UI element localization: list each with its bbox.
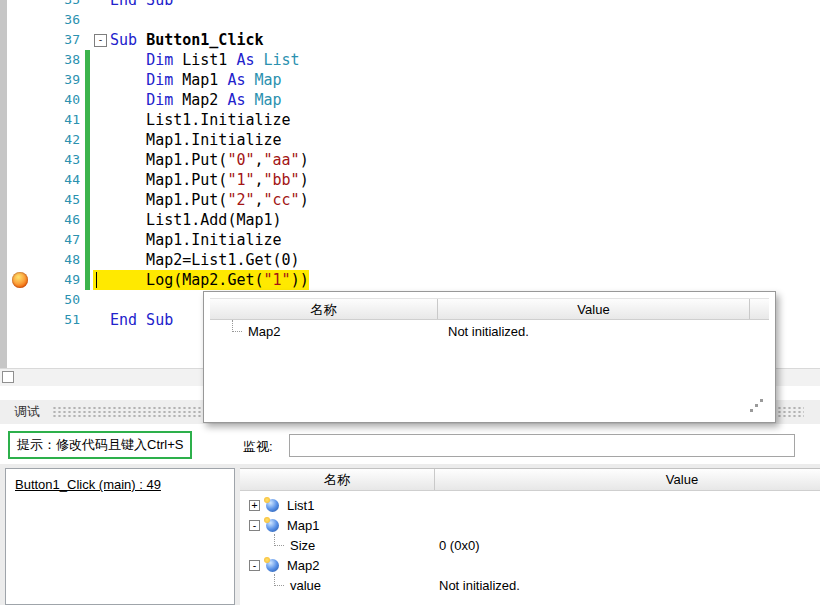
debug-panel-title: 调试: [14, 403, 40, 421]
code-token: End Sub: [110, 0, 173, 9]
watch-row[interactable]: -Map1: [240, 515, 820, 535]
breakpoint-margin[interactable]: [0, 10, 38, 30]
line-number[interactable]: 35: [38, 0, 83, 10]
code-token: Dim: [146, 51, 182, 69]
code-line[interactable]: 44 Map1.Put("1","bb"): [0, 170, 820, 190]
popup-column-header-value[interactable]: Value: [438, 299, 750, 319]
code-line[interactable]: 47 Map1.Initialize: [0, 230, 820, 250]
line-number[interactable]: 36: [38, 10, 83, 30]
breakpoint-margin[interactable]: [0, 90, 38, 110]
line-number[interactable]: 43: [38, 150, 83, 170]
code-token: Map1.Initialize: [110, 231, 282, 249]
collapse-icon[interactable]: -: [249, 520, 260, 531]
collapse-icon[interactable]: -: [249, 560, 260, 571]
breakpoint-margin[interactable]: [0, 210, 38, 230]
code-line[interactable]: 40 Dim Map2 As Map: [0, 90, 820, 110]
breakpoint-margin[interactable]: [0, 130, 38, 150]
line-number[interactable]: 39: [38, 70, 83, 90]
watch-row[interactable]: valueNot initialized.: [240, 575, 820, 595]
line-number[interactable]: 48: [38, 250, 83, 270]
code-text: Dim Map1 As Map: [93, 70, 282, 90]
code-line[interactable]: 41 List1.Initialize: [0, 110, 820, 130]
line-number[interactable]: 46: [38, 210, 83, 230]
code-line[interactable]: 45 Map1.Put("2","cc"): [0, 190, 820, 210]
popup-column-header-name[interactable]: 名称: [210, 299, 438, 319]
debug-bottom-area: Button1_Click (main) : 49 名称 Value +List…: [0, 464, 820, 605]
code-text: List1.Initialize: [93, 110, 291, 130]
code-token: Map2=List1.Get(0): [110, 251, 300, 269]
code-text: Sub Button1_Click: [93, 30, 264, 50]
code-token: [110, 71, 146, 89]
code-text: End Sub: [93, 310, 173, 330]
watch-input[interactable]: [289, 434, 795, 457]
code-line[interactable]: 37Sub Button1_Click: [0, 30, 820, 50]
code-line[interactable]: 38 Dim List1 As List: [0, 50, 820, 70]
splitter-handle[interactable]: [2, 371, 14, 383]
breakpoint-margin[interactable]: [0, 70, 38, 90]
line-number[interactable]: 49: [38, 270, 83, 290]
column-header-value[interactable]: Value: [435, 469, 820, 490]
code-token: Sub: [110, 31, 146, 49]
change-indicator: [83, 50, 93, 70]
line-number[interactable]: 42: [38, 130, 83, 150]
popup-rows: Map2Not initialized.: [210, 320, 769, 342]
resize-grip-icon[interactable]: [750, 409, 753, 412]
change-indicator: [83, 270, 93, 290]
line-number[interactable]: 40: [38, 90, 83, 110]
tree-connector-icon: [274, 574, 284, 586]
breakpoint-margin[interactable]: [0, 310, 38, 330]
line-number[interactable]: 45: [38, 190, 83, 210]
code-token: "1": [264, 271, 291, 289]
breakpoint-margin[interactable]: [0, 250, 38, 270]
breakpoint-margin[interactable]: [0, 30, 38, 50]
code-token: As: [236, 51, 263, 69]
breakpoint-margin[interactable]: [0, 150, 38, 170]
code-line[interactable]: 49 Log(Map2.Get("1")): [0, 270, 820, 290]
code-line[interactable]: 48 Map2=List1.Get(0): [0, 250, 820, 270]
code-token: Map: [255, 91, 282, 109]
watch-row-name: Size: [240, 535, 435, 555]
code-token: As: [227, 91, 254, 109]
line-number[interactable]: 37: [38, 30, 83, 50]
code-line[interactable]: 35End Sub: [0, 0, 820, 10]
watch-row[interactable]: +List1: [240, 495, 820, 515]
code-token: Map1.Put(: [110, 171, 227, 189]
code-token: [110, 51, 146, 69]
popup-row[interactable]: Map2Not initialized.: [210, 320, 769, 342]
breakpoint-margin[interactable]: [0, 50, 38, 70]
line-number[interactable]: 47: [38, 230, 83, 250]
breakpoint-margin[interactable]: [0, 190, 38, 210]
code-line[interactable]: 46 List1.Add(Map1): [0, 210, 820, 230]
expand-icon[interactable]: +: [249, 500, 260, 511]
breakpoint-margin[interactable]: [0, 230, 38, 250]
watch-item-label: Size: [290, 538, 315, 553]
breakpoint-margin[interactable]: [0, 170, 38, 190]
code-token: List: [264, 51, 300, 69]
breakpoint-margin[interactable]: [0, 0, 38, 10]
object-icon: [266, 559, 279, 572]
variable-name: Map2: [248, 324, 281, 339]
line-number[interactable]: 51: [38, 310, 83, 330]
code-line[interactable]: 43 Map1.Put("0","aa"): [0, 150, 820, 170]
watch-row[interactable]: Size0 (0x0): [240, 535, 820, 555]
code-token: )): [291, 271, 309, 289]
line-number[interactable]: 38: [38, 50, 83, 70]
code-line[interactable]: 39 Dim Map1 As Map: [0, 70, 820, 90]
call-stack-item[interactable]: Button1_Click (main) : 49: [15, 477, 161, 492]
column-header-name[interactable]: 名称: [240, 469, 435, 490]
line-number[interactable]: 50: [38, 290, 83, 310]
breakpoint-margin[interactable]: [0, 290, 38, 310]
code-token: Log(Map2.Get(: [110, 271, 264, 289]
line-number[interactable]: 44: [38, 170, 83, 190]
current-statement-icon[interactable]: [0, 270, 38, 290]
watch-row[interactable]: -Map2: [240, 555, 820, 575]
tree-connector-icon: [274, 534, 284, 546]
code-token: Dim: [146, 91, 182, 109]
code-line[interactable]: 42 Map1.Initialize: [0, 130, 820, 150]
code-line[interactable]: 36: [0, 10, 820, 30]
breakpoint-margin[interactable]: [0, 110, 38, 130]
debug-tooltip-popup: 名称 Value Map2Not initialized.: [203, 291, 776, 423]
code-text: [93, 10, 110, 30]
hint-box: 提示：修改代码且键入Ctrl+S: [8, 431, 192, 459]
line-number[interactable]: 41: [38, 110, 83, 130]
